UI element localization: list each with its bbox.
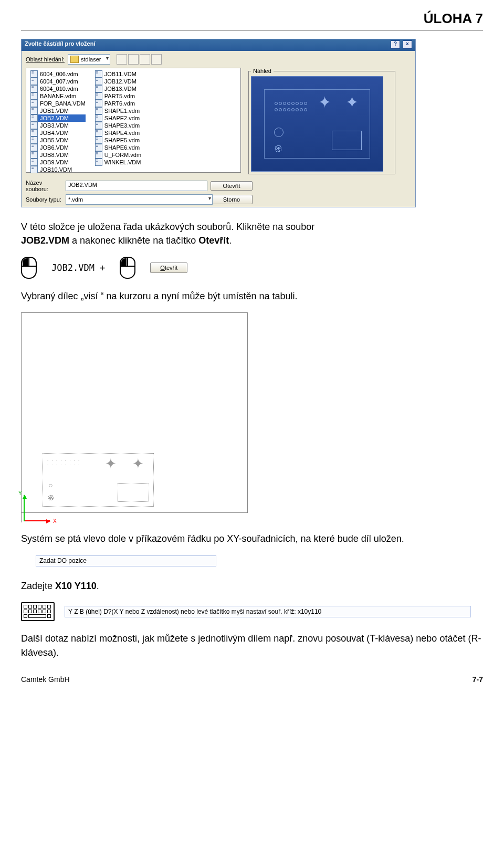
newfolder-icon[interactable]	[140, 54, 150, 65]
file-item[interactable]: WINKEL.VDM	[95, 159, 141, 166]
file-name: JOB9.VDM	[40, 159, 69, 165]
file-item[interactable]: SHAPE3.vdm	[95, 122, 141, 129]
lookin-combo[interactable]: stdlaser	[68, 54, 110, 65]
footer-right: 7-7	[472, 675, 483, 684]
file-name: JOB11.VDM	[104, 71, 136, 77]
ghost-part-outline: · · · · · · · ·· · · · · · · · ✦ ✦ ○ ֎	[43, 453, 154, 507]
file-item[interactable]: JOB13.VDM	[95, 85, 141, 92]
file-icon	[30, 92, 38, 100]
file-item[interactable]: JOB10.VDM	[30, 166, 86, 173]
file-icon	[30, 70, 38, 78]
file-name: SHAPE6.vdm	[104, 144, 140, 151]
file-icon	[95, 100, 102, 107]
file-name: 6004_010.vdm	[40, 86, 78, 92]
paragraph-1: V této složce je uložena řada ukázkových…	[21, 220, 483, 247]
file-icon	[95, 78, 102, 85]
file-item[interactable]: 6004_006.vdm	[30, 70, 86, 78]
file-name: PART6.vdm	[104, 100, 135, 107]
file-name: JOB12.VDM	[104, 78, 136, 85]
file-dialog: Zvolte část/díl pro vložení ? × Oblast h…	[21, 39, 416, 207]
file-item[interactable]: JOB8.VDM	[30, 151, 86, 159]
page-header: ÚLOHA 7	[21, 11, 483, 30]
dialog-title-text: Zvolte část/díl pro vložení	[25, 40, 95, 50]
file-icon	[30, 114, 38, 122]
file-name: JOB5.VDM	[40, 137, 69, 143]
paragraph-4: Zadejte X10 Y110.	[21, 579, 483, 593]
file-name: SHAPE2.vdm	[104, 115, 140, 121]
file-item[interactable]: SHAPE2.vdm	[95, 114, 141, 122]
file-icon	[30, 166, 38, 173]
back-icon[interactable]	[117, 54, 127, 65]
file-item[interactable]: JOB12.VDM	[95, 78, 141, 85]
file-name: JOB1.VDM	[40, 108, 69, 114]
file-icon	[30, 137, 38, 144]
file-item[interactable]: SHAPE4.vdm	[95, 129, 141, 137]
file-item[interactable]: PART5.vdm	[95, 92, 141, 100]
file-icon	[95, 129, 102, 137]
file-icon	[30, 151, 38, 159]
file-icon	[30, 85, 38, 92]
file-name: BANANE.vdm	[40, 93, 76, 99]
dialog-titlebar: Zvolte část/díl pro vložení ? ×	[22, 39, 415, 51]
file-icon	[30, 107, 38, 114]
close-button[interactable]: ×	[403, 40, 412, 49]
file-item[interactable]: JOB4.VDM	[30, 129, 86, 137]
file-name: JOB4.VDM	[40, 130, 69, 136]
file-list[interactable]: 6004_006.vdm6004_007.vdm6004_010.vdmBANA…	[26, 68, 241, 173]
file-icon	[30, 159, 38, 166]
file-item[interactable]: SHAPE6.vdm	[95, 144, 141, 151]
preview-spiral-icon: ֎	[274, 143, 282, 152]
filename-input[interactable]: JOB2.VDM	[66, 181, 207, 191]
file-item[interactable]: SHAPE1.vdm	[95, 107, 141, 114]
file-name: U_FORM.vdm	[104, 152, 141, 158]
file-item[interactable]: PART6.vdm	[95, 100, 141, 107]
open-button-inline[interactable]: Otevřít	[150, 263, 187, 273]
file-item[interactable]: JOB5.VDM	[30, 137, 86, 144]
mouse-left-click-icon	[21, 257, 37, 279]
lookin-label: Oblast hledání:	[26, 56, 65, 62]
file-name: WINKEL.VDM	[104, 159, 141, 165]
help-button[interactable]: ?	[391, 40, 400, 49]
command-prompt-2[interactable]: Y Z B (úhel) D?(X Y nebo Z vzdálenost) n…	[65, 606, 471, 617]
filetype-label: Soubory typu:	[26, 196, 62, 203]
open-label-rest: tevřít	[165, 265, 177, 271]
file-icon	[30, 129, 38, 137]
preview-label: Náhled	[251, 68, 274, 74]
file-icon	[95, 114, 102, 122]
file-name: FOR_BANA.VDM	[40, 100, 86, 107]
file-icon	[95, 151, 102, 159]
file-icon	[95, 159, 102, 166]
keyboard-icon	[21, 602, 55, 621]
preview-canvas: ✦ ✦ ֎	[251, 76, 383, 172]
file-name: SHAPE4.vdm	[104, 130, 140, 136]
file-item[interactable]: JOB6.VDM	[30, 144, 86, 151]
mouse-left-click-icon	[120, 257, 135, 279]
file-item[interactable]: 6004_010.vdm	[30, 85, 86, 92]
views-icon[interactable]	[151, 54, 162, 65]
file-name: 6004_007.vdm	[40, 78, 78, 85]
code-text: JOB2.VDM +	[51, 263, 105, 273]
cancel-button[interactable]: Storno	[211, 195, 253, 204]
file-icon	[95, 92, 102, 100]
open-button[interactable]: Otevřít	[211, 181, 253, 191]
file-item[interactable]: JOB9.VDM	[30, 159, 86, 166]
file-item[interactable]: JOB3.VDM	[30, 122, 86, 129]
file-item[interactable]: FOR_BANA.VDM	[30, 100, 86, 107]
preview-hex-icon	[274, 128, 284, 137]
file-item[interactable]: JOB11.VDM	[95, 70, 141, 78]
preview-rect-icon	[332, 131, 362, 150]
command-prompt-1[interactable]: Zadat DO pozice	[36, 555, 216, 566]
file-item[interactable]: BANANE.vdm	[30, 92, 86, 100]
file-name: JOB2.VDM	[40, 115, 69, 121]
footer-left: Camtek GmbH	[21, 675, 70, 684]
paragraph-2: Vybraný dílec „visí “ na kurzoru a nyní …	[21, 289, 483, 303]
folder-icon	[70, 56, 79, 63]
file-icon	[30, 144, 38, 151]
up-icon[interactable]	[128, 54, 139, 65]
file-item[interactable]: JOB1.VDM	[30, 107, 86, 114]
file-item[interactable]: SHAPE5.vdm	[95, 137, 141, 144]
file-item[interactable]: 6004_007.vdm	[30, 78, 86, 85]
file-item[interactable]: U_FORM.vdm	[95, 151, 141, 159]
filetype-combo[interactable]: *.vdm	[66, 194, 213, 205]
file-item[interactable]: JOB2.VDM	[30, 114, 86, 122]
